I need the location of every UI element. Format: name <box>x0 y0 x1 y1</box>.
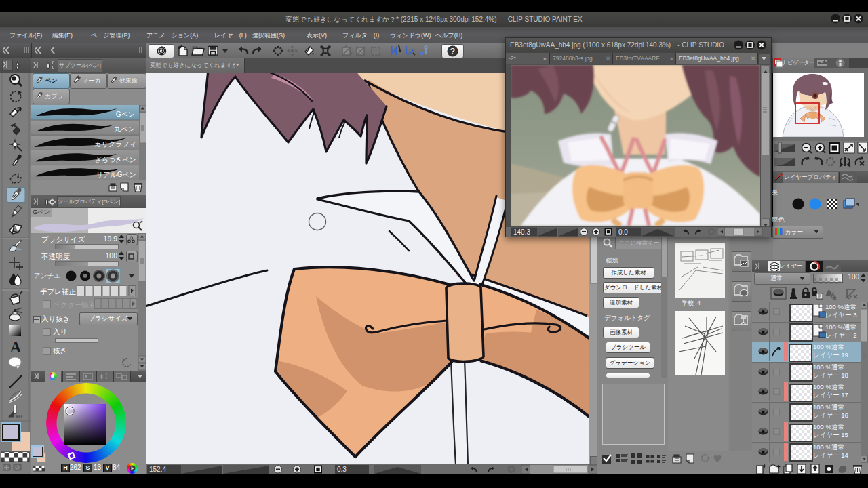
svg-text:152.4: 152.4 <box>149 466 166 473</box>
svg-text:140.3: 140.3 <box>513 228 530 236</box>
svg-text:リアルGペン: リアルGペン <box>96 171 136 178</box>
svg-text:?: ? <box>450 47 455 56</box>
svg-text:0.0: 0.0 <box>618 228 628 236</box>
svg-text:A: A <box>10 339 22 356</box>
svg-text:カリグラフィ: カリグラフィ <box>95 140 136 148</box>
svg-text:ざらつきペン: ざらつきペン <box>95 156 136 163</box>
svg-text:カラー: カラー <box>785 228 803 235</box>
svg-text:Gペン: Gペン <box>116 110 135 118</box>
svg-text:0.3: 0.3 <box>337 466 347 473</box>
svg-text:丸ペン: 丸ペン <box>115 125 135 133</box>
